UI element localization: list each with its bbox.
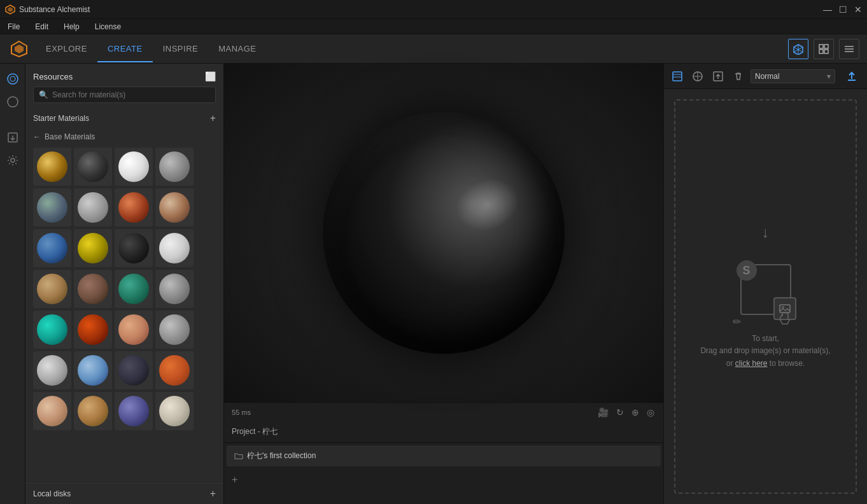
blend-mode-select[interactable]: Normal ▾ [751,69,835,83]
sidebar-icon-import[interactable] [3,127,23,148]
list-item[interactable] [115,311,153,349]
cube-view-button[interactable] [788,39,808,59]
starter-materials-label: Starter Materials [33,114,89,123]
menu-license[interactable]: License [92,21,123,32]
layers-view-button[interactable] [839,39,859,59]
list-item[interactable] [33,351,71,389]
export-panel-button[interactable] [710,68,726,85]
list-item[interactable] [115,148,153,186]
drop-text-line1: To start, [752,334,779,343]
starter-section: Starter Materials + ← Base Materials [25,108,223,483]
base-materials-back-nav[interactable]: ← Base Materials [25,129,223,145]
menu-edit[interactable]: Edit [32,21,51,32]
list-item[interactable] [155,392,194,430]
collection-item[interactable]: 柠七's first collection [227,445,661,466]
svg-marker-3 [15,45,24,53]
browse-link[interactable]: click here [735,359,768,368]
list-item[interactable] [155,270,194,308]
maximize-button[interactable]: ☐ [839,6,847,13]
search-input[interactable] [52,90,210,99]
close-button[interactable]: ✕ [854,6,862,13]
list-item[interactable] [33,148,71,186]
drop-text-line3: or [726,359,735,368]
search-box[interactable]: 🔍 [33,87,216,103]
minimize-button[interactable]: — [824,6,831,13]
list-item[interactable] [74,270,112,308]
starter-materials-add-button[interactable]: + [210,113,216,123]
list-item[interactable] [74,148,112,186]
list-item[interactable] [155,351,194,389]
rotate-button[interactable]: ↻ [615,406,625,419]
drop-icon-box: S [740,264,791,315]
project-panel: Project - 柠七 柠七's first collection + [224,421,663,504]
project-add-button[interactable]: + [224,469,663,491]
search-icon: 🔍 [39,90,48,99]
list-item[interactable] [155,311,194,349]
list-item[interactable] [33,270,71,308]
tab-explore[interactable]: EXPLORE [36,35,97,62]
list-item[interactable] [155,188,194,227]
drop-icon-area: S ✏ [728,251,804,328]
list-item[interactable] [74,351,112,389]
menu-file[interactable]: File [5,21,22,32]
project-title: Project - 柠七 [232,427,278,436]
app-logo-icon [5,4,15,15]
list-item[interactable] [33,311,71,349]
svg-rect-11 [824,50,828,53]
sidebar-icon-settings[interactable] [3,150,23,171]
tab-inspire[interactable]: INSPIRE [153,35,209,62]
svg-point-17 [8,97,18,107]
export-upload-button[interactable] [842,66,862,87]
render-time: 55 ms [232,409,251,416]
local-disks-add-button[interactable]: + [210,489,216,499]
materials-grid [25,145,223,433]
app-title: Substance Alchemist [19,5,90,14]
delete-panel-button[interactable] [730,68,747,85]
list-item[interactable] [74,188,112,227]
base-materials-label: Base Materials [45,132,95,141]
list-item[interactable] [115,351,153,389]
tab-create[interactable]: CREATE [97,35,153,62]
blend-mode-chevron-icon: ▾ [827,72,831,81]
camera-button[interactable]: 🎥 [596,406,610,419]
list-item[interactable] [74,229,112,267]
titlebar-controls[interactable]: — ☐ ✕ [824,6,862,13]
menu-help[interactable]: Help [61,21,82,32]
sphere-button[interactable]: ⊕ [630,406,640,419]
project-header: Project - 柠七 [224,421,663,443]
sidebar-icon-materials[interactable] [3,69,23,89]
list-item[interactable] [155,229,194,267]
list-item[interactable] [115,188,153,227]
settings-button[interactable]: ◎ [645,406,656,419]
viewport-bottom-bar: 55 ms 🎥 ↻ ⊕ ◎ [224,402,663,421]
list-item[interactable] [33,392,71,430]
main-area: Resources ⬜ 🔍 Starter Materials + ← Base… [0,64,867,504]
project-collections: 柠七's first collection [224,443,663,469]
resources-panel: Resources ⬜ 🔍 Starter Materials + ← Base… [25,64,224,504]
drop-zone-text: To start, Drag and drop image(s) or mate… [690,333,840,370]
pencil-icon: ✏ [733,316,741,328]
material-panel-button[interactable] [689,68,706,85]
folder-icon [234,452,243,461]
list-item[interactable] [74,311,112,349]
right-toolbar: Normal ▾ [664,64,867,89]
3d-sphere [323,112,565,354]
grid-view-button[interactable] [814,39,834,59]
blend-mode-value: Normal [755,72,780,81]
drop-zone[interactable]: ↓ S [674,99,857,494]
list-item[interactable] [115,392,153,430]
list-item[interactable] [115,229,153,267]
list-item[interactable] [115,270,153,308]
list-item[interactable] [155,148,194,186]
sidebar-icon-circle[interactable] [3,92,23,112]
tab-manage[interactable]: MANAGE [208,35,266,62]
layers-panel-button[interactable] [669,68,686,85]
resources-header: Resources ⬜ [25,64,223,87]
list-item[interactable] [33,229,71,267]
viewport-canvas[interactable] [224,64,663,402]
resources-expand-button[interactable]: ⬜ [205,71,216,81]
list-item[interactable] [74,392,112,430]
titlebar-left: Substance Alchemist [5,4,90,15]
svg-marker-1 [8,7,13,12]
list-item[interactable] [33,188,71,227]
